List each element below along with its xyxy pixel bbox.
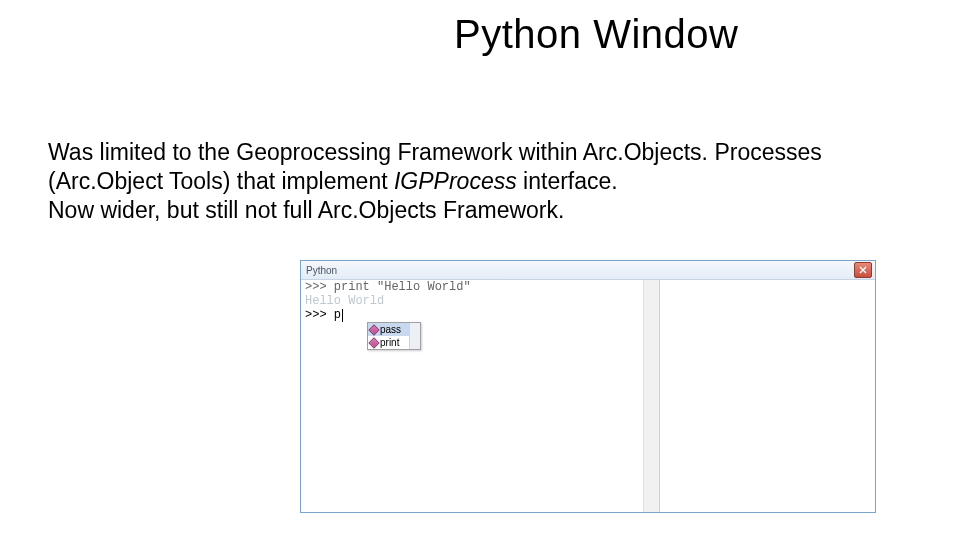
titlebar[interactable]: Python [301, 261, 875, 280]
page-title: Python Window [454, 12, 738, 57]
scrollbar[interactable] [409, 323, 420, 349]
keyword-icon [368, 324, 379, 335]
help-pane [660, 280, 875, 512]
code-pane[interactable]: >>> print "Hello World" Hello World >>> … [301, 280, 660, 512]
text-caret [342, 309, 343, 322]
body-fragment: (Arc.Object Tools) that implement [48, 168, 394, 194]
panes: >>> print "Hello World" Hello World >>> … [301, 280, 875, 512]
python-window: Python >>> print "Hello World" Hello Wor… [300, 260, 876, 513]
keyword-icon [368, 337, 379, 348]
window-title: Python [306, 265, 854, 276]
body-italic: IGPProcess [394, 168, 517, 194]
active-prompt[interactable]: >>> p [301, 308, 659, 322]
output-line: Hello World [301, 294, 659, 308]
body-fragment: interface. [517, 168, 618, 194]
scrollbar[interactable] [643, 280, 659, 512]
autocomplete-label: pass [380, 324, 401, 335]
history-line: >>> print "Hello World" [301, 280, 659, 294]
body-fragment: Now wider, but still not full Arc.Object… [48, 197, 564, 223]
body-text: Was limited to the Geoprocessing Framewo… [48, 138, 912, 224]
close-button[interactable] [854, 262, 872, 278]
autocomplete-popup[interactable]: pass print [367, 322, 421, 350]
slide: Python Window Was limited to the Geoproc… [0, 0, 960, 540]
close-icon [859, 266, 867, 274]
body-fragment: Was limited to the Geoprocessing Framewo… [48, 139, 822, 165]
autocomplete-label: print [380, 337, 399, 348]
